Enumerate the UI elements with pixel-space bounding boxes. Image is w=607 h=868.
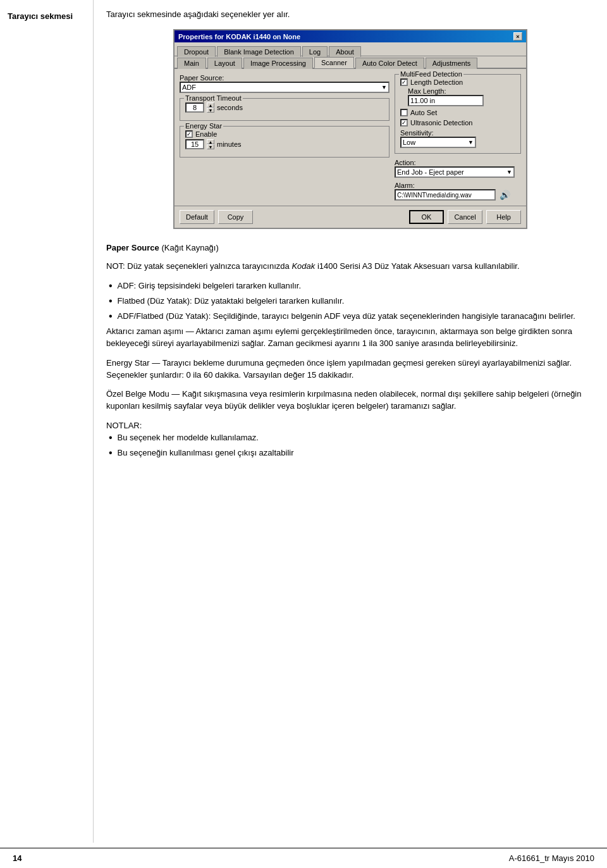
bullet-adf: • ADF: Giriş tepsisindeki belgeleri tara…	[106, 280, 594, 292]
tabs-row2: Main Layout Image Processing Scanner Aut…	[175, 56, 526, 69]
transport-timeout-group: Transport Timeout 8 ▲ ▼ seconds	[180, 98, 389, 121]
ultrasonic-checkbox[interactable]	[400, 119, 408, 127]
page-footer: 14 A-61661_tr Mayıs 2010	[0, 848, 607, 868]
sound-icon[interactable]: 🔊	[500, 190, 510, 200]
notlar-heading: NOTLAR:	[106, 420, 594, 432]
dialog-titlebar: Properties for KODAK i1440 on None ×	[175, 30, 526, 42]
notlar-item-2: • Bu seçeneğin kullanılması genel çıkışı…	[106, 447, 594, 459]
energy-star-unit: minutes	[217, 140, 242, 148]
help-button[interactable]: Help	[486, 210, 521, 224]
energy-star-text: Tarayıcı bekleme durumuna geçmeden önce …	[106, 358, 572, 380]
paper-source-select[interactable]: ADF ▼	[180, 82, 389, 93]
not-text: Düz yatak seçenekleri yalnızca tarayıcın…	[127, 261, 291, 271]
dialog-right-panel: MultiFeed Detection Length Detection Max…	[395, 74, 521, 201]
tab-adjustments[interactable]: Adjustments	[426, 58, 478, 69]
paper-source-label: Paper Source:	[180, 74, 389, 82]
sensitivity-arrow-icon: ▼	[468, 139, 474, 146]
i1400-text: i1400 Serisi A3 Düz Yatak Aksesuarı vars…	[317, 261, 520, 271]
tab-dropout[interactable]: Dropout	[177, 46, 216, 57]
copy-button[interactable]: Copy	[218, 210, 253, 224]
length-detection-label: Length Detection	[410, 78, 463, 86]
transport-timeout-label: Transport Timeout	[184, 94, 243, 102]
paper-source-paren: (Kağıt Kaynağı)	[161, 243, 218, 252]
bullet-dot-3: •	[109, 311, 113, 322]
ok-button[interactable]: OK	[409, 210, 444, 224]
tab-main[interactable]: Main	[177, 58, 206, 69]
flatbed-term: Flatbed (Düz Yatak)	[118, 296, 190, 306]
ozel-belge-dash: —	[169, 389, 182, 399]
auto-set-label: Auto Set	[410, 109, 437, 116]
sensitivity-label: Sensitivity:	[400, 129, 515, 137]
sensitivity-section: Sensitivity: Low ▼	[400, 129, 515, 148]
bullet-flatbed: • Flatbed (Düz Yatak): Düz yataktaki bel…	[106, 295, 594, 307]
dialog-body: Paper Source: ADF ▼ Transport Timeout 8	[175, 69, 526, 206]
aktarici-paragraph: Aktarıcı zaman aşımı — Aktarıcı zaman aş…	[106, 326, 594, 350]
energy-star-paragraph: Energy Star — Tarayıcı bekleme durumuna …	[106, 357, 594, 381]
page-number: 14	[13, 853, 21, 863]
cancel-button[interactable]: Cancel	[448, 210, 482, 224]
default-button[interactable]: Default	[180, 210, 214, 224]
adf-term: ADF	[118, 281, 134, 290]
paper-source-section-heading: Paper Source (Kağıt Kaynağı)	[106, 242, 594, 254]
energy-star-checkbox[interactable]	[185, 130, 193, 138]
tab-scanner[interactable]: Scanner	[314, 57, 354, 68]
adf-flatbed-term: ADF/Flatbed (Düz Yatak)	[118, 311, 209, 321]
max-length-subgroup: Max Length: 11.00 in	[408, 87, 515, 106]
sidebar: Tarayıcı sekmesi	[0, 0, 94, 843]
sensitivity-select[interactable]: Low ▼	[400, 137, 476, 148]
length-detection-checkbox[interactable]	[400, 78, 408, 86]
aktarici-dash: —	[183, 326, 196, 336]
multifeed-label: MultiFeed Detection	[399, 70, 463, 78]
tab-log[interactable]: Log	[302, 46, 328, 57]
bullet-adf-flatbed: • ADF/Flatbed (Düz Yatak): Seçildiğinde,…	[106, 311, 594, 322]
ozel-belge-paragraph: Özel Belge Modu — Kağıt sıkışmasına veya…	[106, 388, 594, 412]
energy-spinner-down-icon[interactable]: ▼	[207, 144, 214, 149]
intro-text: Tarayıcı sekmesinde aşağıdaki seçenekler…	[106, 9, 594, 20]
notlar-text-1: Bu seçenek her modelde kullanılamaz.	[118, 432, 259, 443]
auto-set-checkbox[interactable]	[400, 109, 408, 116]
energy-star-spinner: ▲ ▼	[207, 139, 214, 149]
max-length-input[interactable]: 11.00 in	[408, 95, 484, 106]
auto-set-row: Auto Set	[400, 109, 515, 116]
spinner-down-icon[interactable]: ▼	[207, 108, 214, 113]
tab-layout[interactable]: Layout	[207, 58, 242, 69]
document-id: A-61661_tr Mayıs 2010	[509, 853, 594, 863]
tabs-row1: Dropout Blank Image Detection Log About	[175, 42, 526, 56]
ozel-belge-term: Özel Belge Modu	[106, 389, 169, 399]
energy-star-input[interactable]: 15	[185, 139, 204, 149]
action-section: Action: End Job - Eject paper ▼	[395, 159, 521, 178]
bullet-dot-2: •	[109, 295, 113, 307]
notlar-bullet-1: •	[109, 432, 113, 443]
transport-timeout-unit: seconds	[217, 104, 243, 111]
energy-star-value-row: 15 ▲ ▼ minutes	[185, 139, 384, 149]
sidebar-title: Tarayıcı sekmesi	[8, 11, 73, 21]
tab-auto-color[interactable]: Auto Color Detect	[355, 58, 424, 69]
action-select[interactable]: End Job - Eject paper ▼	[395, 166, 515, 178]
paper-source-section: Paper Source: ADF ▼	[180, 74, 389, 93]
bullet-dot-1: •	[109, 280, 113, 292]
dialog-buttons-row: Default Copy OK Cancel Help	[175, 206, 526, 228]
dropdown-arrow-icon: ▼	[381, 84, 387, 90]
bullet-flatbed-text: Flatbed (Düz Yatak): Düz yataktaki belge…	[118, 295, 345, 307]
ultrasonic-row: Ultrasonic Detection	[400, 119, 515, 127]
notlar-item-1: • Bu seçenek her modelde kullanılamaz.	[106, 432, 594, 443]
paper-source-value: ADF	[182, 84, 196, 91]
energy-star-label: Energy Star	[184, 122, 223, 130]
spinner-up-icon[interactable]: ▲	[207, 102, 214, 108]
tab-about[interactable]: About	[329, 46, 361, 57]
tab-blank-image[interactable]: Blank Image Detection	[217, 46, 301, 57]
energy-spinner-up-icon[interactable]: ▲	[207, 139, 214, 144]
length-detection-row: Length Detection	[400, 78, 515, 86]
transport-timeout-input[interactable]: 8	[185, 102, 204, 113]
action-label: Action:	[395, 159, 521, 166]
energy-star-term: Energy Star	[106, 358, 150, 368]
titlebar-buttons: ×	[513, 32, 522, 40]
multifeed-section: MultiFeed Detection Length Detection Max…	[395, 74, 521, 154]
tab-image-processing[interactable]: Image Processing	[243, 58, 313, 69]
energy-star-dash: —	[150, 358, 162, 368]
transport-timeout-spinner: ▲ ▼	[207, 102, 214, 113]
not-label: NOT:	[106, 261, 125, 271]
close-button[interactable]: ×	[513, 32, 522, 40]
alarm-select[interactable]: C:\WINNT\media\ding.wav	[395, 189, 496, 201]
close-icon: ×	[516, 34, 519, 40]
